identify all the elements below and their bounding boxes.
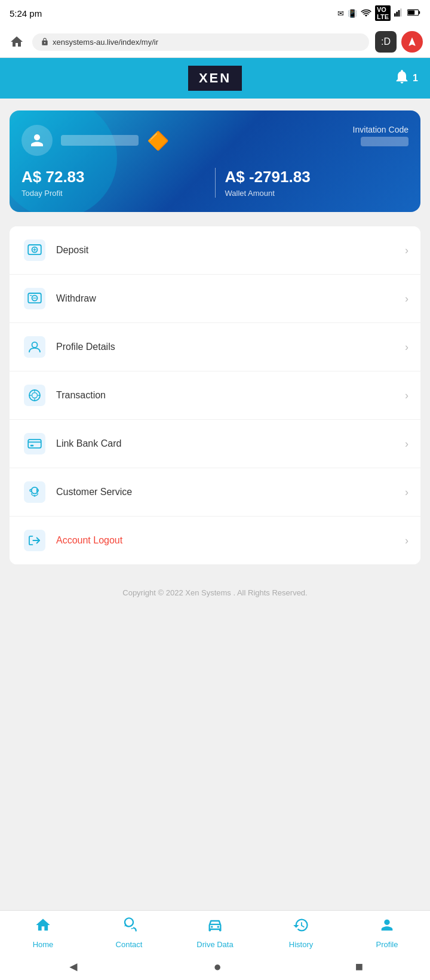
- link-bank-icon: [22, 431, 48, 457]
- menu-item-transaction[interactable]: Transaction ›: [10, 371, 420, 420]
- contact-nav-icon: [121, 917, 137, 938]
- svg-point-23: [34, 495, 36, 497]
- withdraw-chevron: ›: [405, 293, 408, 305]
- main-content: 🔶 Invitation Code A$ 72.83 Today Profit …: [0, 99, 430, 633]
- url-text: xensystems-au.live/index/my/ir: [53, 38, 158, 47]
- menu-item-customer-service[interactable]: Customer Service ›: [10, 468, 420, 517]
- svg-rect-18: [24, 433, 45, 454]
- wifi-icon: [361, 8, 371, 19]
- status-time: 5:24 pm: [10, 8, 42, 19]
- profile-nav-icon: [379, 917, 395, 938]
- android-nav: ◄ ● ■: [0, 954, 430, 980]
- menu-item-deposit[interactable]: Deposit ›: [10, 226, 420, 275]
- deposit-chevron: ›: [405, 244, 408, 257]
- transaction-chevron: ›: [405, 389, 408, 402]
- profile-nav-label: Profile: [376, 940, 398, 949]
- withdraw-icon: [22, 285, 48, 312]
- wallet-amount-section: A$ -2791.83 Wallet Amount: [225, 168, 409, 198]
- nav-history[interactable]: History: [258, 911, 344, 954]
- today-profit-section: A$ 72.83 Today Profit: [22, 168, 205, 198]
- lte-icon: VOLTE: [375, 5, 391, 21]
- svg-rect-20: [30, 445, 33, 447]
- profile-details-chevron: ›: [405, 341, 408, 354]
- card-amounts: A$ 72.83 Today Profit A$ -2791.83 Wallet…: [22, 168, 408, 198]
- logout-chevron: ›: [405, 534, 408, 547]
- history-nav-icon: [293, 917, 309, 938]
- deposit-label: Deposit: [56, 245, 405, 256]
- deposit-icon: [22, 237, 48, 263]
- dashboard-card: 🔶 Invitation Code A$ 72.83 Today Profit …: [10, 110, 420, 212]
- menu-item-profile-details[interactable]: Profile Details ›: [10, 323, 420, 371]
- url-bar[interactable]: xensystems-au.live/index/my/ir: [32, 33, 369, 51]
- customer-service-label: Customer Service: [56, 487, 405, 497]
- wallet-amount-value: A$ -2791.83: [225, 168, 409, 186]
- battery-icon: [407, 9, 420, 18]
- vibrate-icon: 📳: [348, 9, 357, 18]
- notification-count: 1: [413, 73, 418, 84]
- xen-logo: XEN: [188, 66, 242, 91]
- svg-point-25: [211, 926, 213, 928]
- profile-details-icon: [22, 334, 48, 360]
- mail-icon: ✉: [337, 9, 344, 18]
- avatar: [22, 125, 53, 156]
- contact-nav-label: Contact: [116, 940, 143, 949]
- status-icons: ✉ 📳 VOLTE: [337, 5, 420, 21]
- back-button[interactable]: ◄: [67, 959, 80, 975]
- bottom-nav: Home Contact Drive Data History Profile: [0, 910, 430, 954]
- menu-list: Deposit › Withdraw ›: [10, 226, 420, 564]
- transaction-label: Transaction: [56, 390, 405, 401]
- browser-bar: xensystems-au.live/index/my/ir :D: [0, 26, 430, 58]
- badge-icon: 🔶: [147, 130, 169, 151]
- withdraw-label: Withdraw: [56, 293, 405, 304]
- signal-icon: [394, 8, 404, 19]
- nav-drive-data[interactable]: Drive Data: [172, 911, 258, 954]
- drive-data-nav-icon: [207, 917, 223, 938]
- browser-tab-btn[interactable]: :D: [375, 31, 397, 53]
- today-profit-value: A$ 72.83: [22, 168, 205, 186]
- logout-label: Account Logout: [56, 535, 405, 546]
- svg-rect-15: [24, 385, 45, 406]
- app-header: XEN 1: [0, 58, 430, 99]
- nav-contact[interactable]: Contact: [86, 911, 172, 954]
- svg-rect-3: [400, 8, 402, 16]
- username-blur: [61, 135, 139, 146]
- history-nav-label: History: [289, 940, 313, 949]
- customer-service-icon: [22, 479, 48, 505]
- home-button[interactable]: ●: [214, 959, 222, 975]
- browser-home-button[interactable]: [7, 32, 26, 51]
- logout-icon: [22, 527, 48, 554]
- browser-actions: :D: [375, 31, 423, 53]
- customer-service-chevron: ›: [405, 486, 408, 499]
- browser-action-btn2[interactable]: [401, 31, 423, 53]
- profile-details-label: Profile Details: [56, 342, 405, 352]
- drive-data-nav-label: Drive Data: [196, 940, 233, 949]
- nav-home[interactable]: Home: [0, 911, 86, 954]
- svg-rect-0: [394, 13, 396, 16]
- card-top: 🔶: [22, 125, 408, 156]
- menu-item-withdraw[interactable]: Withdraw ›: [10, 275, 420, 323]
- status-bar: 5:24 pm ✉ 📳 VOLTE: [0, 0, 430, 26]
- transaction-icon: [22, 382, 48, 408]
- svg-rect-10: [24, 288, 45, 309]
- svg-rect-1: [396, 11, 398, 16]
- notification-area[interactable]: 1: [394, 68, 418, 88]
- home-nav-label: Home: [33, 940, 54, 949]
- nav-profile[interactable]: Profile: [344, 911, 430, 954]
- home-nav-icon: [35, 917, 51, 938]
- copyright-text: Copyright © 2022 Xen Systems . All Right…: [10, 579, 420, 621]
- svg-rect-21: [24, 481, 45, 503]
- amount-divider: [215, 168, 216, 198]
- bell-icon: [394, 68, 410, 88]
- recent-button[interactable]: ■: [355, 959, 363, 975]
- svg-rect-5: [419, 11, 420, 14]
- svg-point-26: [217, 926, 220, 928]
- wallet-amount-label: Wallet Amount: [225, 189, 409, 198]
- link-bank-label: Link Bank Card: [56, 438, 405, 449]
- svg-rect-6: [408, 10, 414, 14]
- menu-item-link-bank[interactable]: Link Bank Card ›: [10, 420, 420, 468]
- today-profit-label: Today Profit: [22, 189, 205, 198]
- svg-rect-2: [398, 10, 400, 17]
- link-bank-chevron: ›: [405, 438, 408, 450]
- menu-item-logout[interactable]: Account Logout ›: [10, 517, 420, 564]
